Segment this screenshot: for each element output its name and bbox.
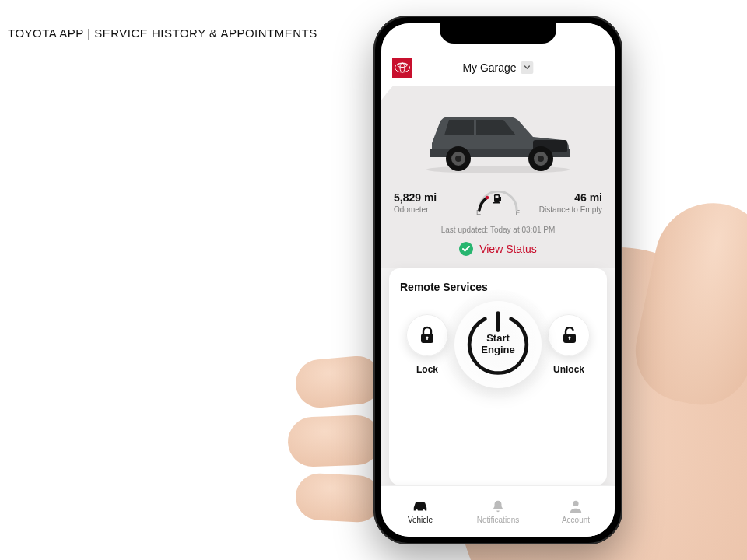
dte-label: Distance to Empty <box>531 205 602 214</box>
last-updated-text: Last updated: Today at 03:01 PM <box>381 221 615 237</box>
app-screen: My Garage <box>381 23 615 537</box>
remote-services-card: Remote Services Lock <box>389 268 607 485</box>
toyota-logo-icon <box>395 62 410 73</box>
garage-selector[interactable]: My Garage <box>462 61 533 74</box>
lock-icon <box>419 326 436 345</box>
unlock-icon <box>559 326 578 345</box>
car-icon <box>412 499 429 513</box>
vehicle-image <box>416 89 580 174</box>
svg-point-13 <box>486 196 489 199</box>
chevron-down-icon <box>521 61 534 74</box>
tab-account[interactable]: Account <box>537 486 615 537</box>
tab-notifications[interactable]: Notifications <box>459 486 537 537</box>
fuel-gauge: E F <box>476 191 520 216</box>
svg-point-11 <box>538 156 544 162</box>
tab-account-label: Account <box>562 516 590 524</box>
odometer-label: Odometer <box>394 205 465 214</box>
phone-frame: My Garage <box>374 16 622 544</box>
svg-rect-3 <box>474 120 476 135</box>
vehicle-stats: 5,829 mi Odometer E F <box>381 180 615 221</box>
svg-point-2 <box>398 64 407 68</box>
check-circle-icon <box>459 242 473 256</box>
svg-rect-19 <box>426 338 428 340</box>
dte-value: 46 mi <box>531 191 602 204</box>
dte-stat: 46 mi Distance to Empty <box>531 191 602 214</box>
start-engine-button[interactable]: Start Engine <box>454 301 542 388</box>
svg-rect-22 <box>569 338 570 340</box>
person-icon <box>567 499 584 513</box>
bell-icon <box>489 499 507 513</box>
garage-label: My Garage <box>462 61 516 74</box>
tab-notifications-label: Notifications <box>477 516 519 524</box>
tab-bar: Vehicle Notifications Account <box>381 485 615 537</box>
view-status-row[interactable]: View Status <box>381 237 615 268</box>
page-title: TOYOTA APP | SERVICE HISTORY & APPOINTME… <box>8 26 317 40</box>
lock-label: Lock <box>416 364 438 375</box>
svg-point-12 <box>426 166 570 173</box>
svg-point-25 <box>573 500 578 506</box>
svg-point-23 <box>416 509 418 512</box>
odometer-stat: 5,829 mi Odometer <box>394 191 465 214</box>
vehicle-hero <box>381 86 615 180</box>
engine-line1: Start <box>486 332 510 344</box>
tab-vehicle-label: Vehicle <box>408 516 433 524</box>
view-status-link: View Status <box>479 243 537 255</box>
phone-notch <box>440 23 556 44</box>
engine-line2: Engine <box>481 344 514 355</box>
unlock-label: Unlock <box>553 364 584 375</box>
svg-point-8 <box>455 156 461 162</box>
svg-point-24 <box>423 509 425 512</box>
tab-vehicle[interactable]: Vehicle <box>381 486 459 537</box>
toyota-logo[interactable] <box>392 58 412 78</box>
odometer-value: 5,829 mi <box>394 191 465 204</box>
